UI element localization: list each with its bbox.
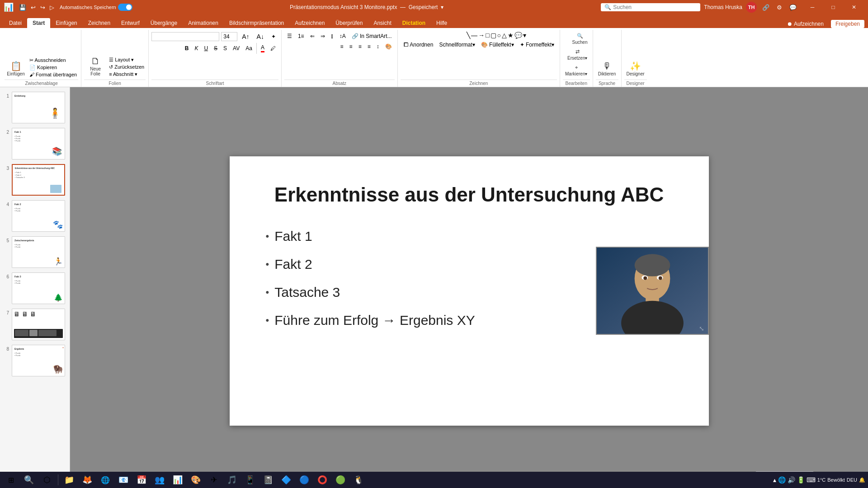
kopieren-button[interactable]: 📄 Kopieren — [28, 64, 78, 71]
phone-button[interactable]: 📱 — [242, 473, 258, 487]
designer-button[interactable]: ✨ Designer — [624, 60, 647, 78]
font-increase-button[interactable]: A↑ — [239, 32, 252, 42]
slide-thumb-7[interactable]: 7 🖥 🖥 🖥 — [2, 308, 68, 341]
slide-thumb-2[interactable]: 2 Fakt 1 • Punkt• Punkt• Punkt 📚 — [2, 127, 68, 160]
justify-button[interactable]: ≡ — [365, 42, 373, 51]
slide-thumb-3[interactable]: 3 Erkenntnisse aus der Untersuchung ABC … — [2, 163, 68, 197]
tab-aufzeichnen[interactable]: Aufzeichnen — [289, 18, 330, 28]
underline-button[interactable]: U — [201, 43, 211, 54]
shape-oval[interactable]: ○ — [497, 32, 501, 39]
webcam-expand-icon[interactable]: ⤡ — [699, 325, 704, 332]
shape-line[interactable]: — — [471, 32, 477, 39]
network-icon[interactable]: 🌐 — [778, 476, 786, 483]
up-arrow-icon[interactable]: ▴ — [773, 476, 776, 483]
tab-hilfe[interactable]: Hilfe — [431, 18, 453, 28]
layout-button[interactable]: ☰ Layout ▾ — [108, 56, 146, 63]
suchen-button[interactable]: 🔍 Suchen — [570, 32, 590, 46]
extra-button-5[interactable]: 🐧 — [350, 473, 367, 487]
minimize-button[interactable]: ─ — [802, 0, 823, 14]
tab-uebergaenge[interactable]: Übergänge — [145, 18, 183, 28]
save-button[interactable]: 💾 — [17, 3, 28, 12]
slide-7-thumbnail[interactable]: 🖥 🖥 🖥 — [12, 309, 65, 340]
slide-8-thumbnail[interactable]: * Ergebnis • Punkt• Punkt 🦬 — [12, 345, 65, 376]
shape-arrow[interactable]: → — [478, 32, 485, 39]
autosave-toggle[interactable] — [118, 4, 132, 11]
music-button[interactable]: 🎵 — [224, 473, 240, 487]
shape-rect[interactable]: □ — [486, 32, 489, 39]
extra-button-1[interactable]: 🔷 — [278, 473, 294, 487]
aufzeichnen-button[interactable]: ⏺ Aufzeichnen — [783, 20, 827, 28]
telegram-button[interactable]: ✈ — [206, 473, 222, 487]
share-icon[interactable]: 🔗 — [760, 3, 771, 12]
schnellformat-button[interactable]: Schnellformat▾ — [436, 40, 477, 49]
browser-button[interactable]: 🦊 — [79, 473, 95, 487]
onenote-button[interactable]: 📓 — [260, 473, 276, 487]
close-button[interactable]: ✕ — [844, 0, 864, 14]
tab-zeichnen[interactable]: Zeichnen — [83, 18, 116, 28]
tab-animationen[interactable]: Animationen — [183, 18, 224, 28]
formeffekt-button[interactable]: ✦ Formeffekt▾ — [517, 40, 557, 49]
format-button[interactable]: 🖌 Format übertragen — [28, 71, 78, 78]
tab-dictation[interactable]: Dictation — [397, 18, 431, 28]
bold-button[interactable]: B — [182, 43, 192, 54]
indent-decrease-button[interactable]: ⇐ — [307, 32, 317, 41]
char-spacing-button[interactable]: AV — [230, 43, 242, 54]
slide-5-thumbnail[interactable]: Zwischenergebnis • Punkt• Punkt 🏃 — [12, 236, 65, 268]
fuelleffekt-button[interactable]: 🎨 Fülleffekt▾ — [478, 40, 517, 49]
user-avatar[interactable]: TH — [746, 2, 757, 13]
paint-button[interactable]: 🎨 — [188, 473, 204, 487]
windows-button[interactable]: ⊞ — [3, 473, 19, 487]
shape-star[interactable]: ★ — [508, 32, 514, 39]
smartart-button[interactable]: 🔗 In SmartArt... — [349, 32, 395, 41]
slide-thumb-5[interactable]: 5 Zwischenergebnis • Punkt• Punkt 🏃 — [2, 235, 68, 269]
font-family-input[interactable] — [151, 32, 219, 41]
comment-icon[interactable]: 💬 — [788, 3, 798, 12]
einfuegen-button[interactable]: 📋 Einfügen — [5, 60, 27, 78]
text-direction-button[interactable]: ↕A — [337, 32, 349, 41]
col-button[interactable]: ⫿ — [328, 32, 336, 41]
settings-icon[interactable]: ⚙ — [775, 3, 784, 12]
bullet-list-button[interactable]: ☰ — [284, 32, 295, 41]
font-decrease-button[interactable]: A↓ — [254, 32, 267, 42]
zuruecksetzen-button[interactable]: ↺ Zurücksetzen — [108, 64, 146, 70]
chrome-button[interactable]: 🌐 — [97, 473, 113, 487]
font-color-button[interactable]: A — [258, 43, 267, 54]
tab-entwurf[interactable]: Entwurf — [116, 18, 145, 28]
shadow-button[interactable]: S — [221, 43, 230, 54]
shape-triangle[interactable]: △ — [502, 32, 507, 39]
align-right-button[interactable]: ≡ — [356, 42, 364, 51]
diktieren-button[interactable]: 🎙 Diktieren — [596, 60, 618, 78]
speaker-icon[interactable]: 🔊 — [788, 476, 795, 483]
slide-thumb-1[interactable]: 1 Einleitung 🧍 — [2, 91, 68, 124]
slide-thumb-6[interactable]: 6 Fakt 3 • Punkt• Punkt 🌲 — [2, 272, 68, 305]
text-fill-button[interactable]: 🎨 — [382, 42, 395, 51]
tab-ansicht[interactable]: Ansicht — [368, 18, 396, 28]
slide-1-thumbnail[interactable]: Einleitung 🧍 — [12, 92, 65, 123]
undo-button[interactable]: ↩ — [29, 3, 38, 12]
align-left-button[interactable]: ≡ — [338, 42, 346, 51]
slide-4-thumbnail[interactable]: Fakt 2 • Punkt• Punkt 🐾 — [12, 200, 65, 232]
notification-icon[interactable]: 🔔 — [859, 477, 865, 483]
battery-icon[interactable]: 🔋 — [797, 476, 805, 483]
shape-more[interactable]: ▾ — [523, 32, 526, 39]
tab-einfuegen[interactable]: Einfügen — [50, 18, 82, 28]
calendar-button[interactable]: 📅 — [133, 473, 150, 487]
slide-thumb-8[interactable]: 8 * Ergebnis • Punkt• Punkt 🦬 — [2, 344, 68, 377]
shape-rounded-rect[interactable]: ▢ — [491, 32, 496, 39]
highlight-button[interactable]: 🖊 — [268, 43, 278, 54]
indent-increase-button[interactable]: ⇒ — [318, 32, 328, 41]
keyboard-icon[interactable]: ⌨ — [807, 476, 816, 483]
maximize-button[interactable]: □ — [823, 0, 844, 14]
extra-button-4[interactable]: 🟢 — [332, 473, 349, 487]
ausschneiden-button[interactable]: ✂ Ausschneiden — [28, 57, 78, 64]
explorer-button[interactable]: 📁 — [61, 473, 77, 487]
font-case-button[interactable]: Aa — [243, 43, 255, 54]
search-taskbar-button[interactable]: 🔍 — [21, 473, 37, 487]
tab-ueberpruefen[interactable]: Überprüfen — [330, 18, 368, 28]
neue-folie-button[interactable]: 🗋 NeueFolie — [84, 55, 107, 78]
shape-select[interactable]: ╲ — [467, 32, 470, 39]
powerpoint-button[interactable]: 📊 — [170, 473, 186, 487]
tab-start[interactable]: Start — [27, 18, 50, 28]
strikethrough-button[interactable]: S — [211, 43, 220, 54]
ersetzen-button[interactable]: ⇄ Ersetzen▾ — [565, 47, 590, 62]
